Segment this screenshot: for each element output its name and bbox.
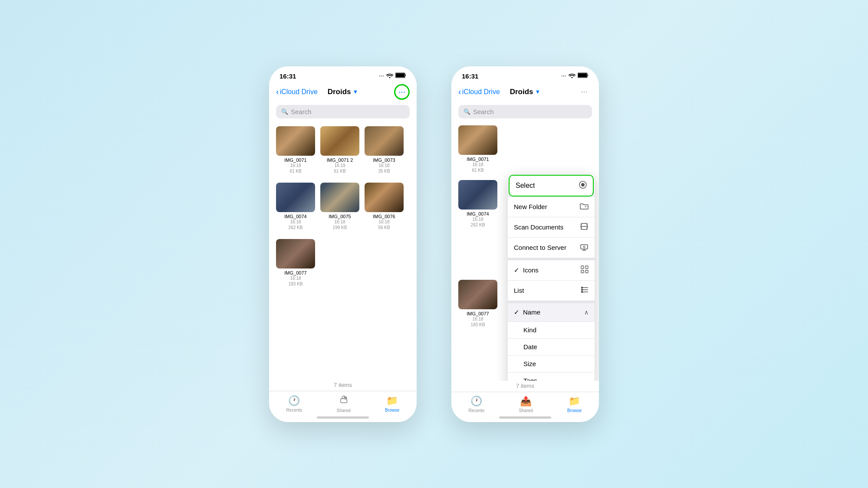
file-grid-row-2: IMG_0074 16:18262 KB IMG_0075 16:18199 K…	[276, 183, 410, 230]
home-indicator	[269, 415, 417, 422]
list-item[interactable]: IMG_0074 16:18262 KB	[458, 180, 497, 228]
file-meta: 16:18183 KB	[289, 275, 303, 287]
more-button[interactable]: ···	[394, 84, 410, 100]
home-bar	[317, 416, 369, 419]
battery-icon-right	[578, 72, 589, 79]
select-menu-item[interactable]: Select	[509, 175, 594, 197]
file-meta: 16:1861 KB	[289, 163, 301, 174]
server-icon	[580, 243, 589, 252]
file-name: IMG_0071 2	[327, 157, 353, 163]
dropdown-menu: Select New Folder +	[508, 174, 595, 381]
signal-dots: ···	[379, 74, 384, 79]
folder-title-right: Droids	[510, 88, 533, 96]
file-meta: 16:1835 KB	[378, 163, 390, 174]
shared-label: Shared	[337, 408, 351, 413]
search-icon-right: 🔍	[464, 108, 470, 115]
tab-recents[interactable]: 🕐 Recents	[286, 395, 302, 413]
shared-icon-right: 📤	[520, 396, 532, 407]
new-folder-label: New Folder	[514, 203, 547, 210]
sort-tags-menu-item[interactable]: Tags	[508, 372, 595, 381]
recents-icon: 🕐	[288, 395, 300, 406]
file-thumbnail	[320, 183, 359, 212]
home-bar-right	[499, 416, 551, 419]
shared-icon: +	[339, 395, 349, 407]
sort-kind-menu-item[interactable]: Kind	[508, 321, 595, 338]
browse-icon: 📁	[386, 395, 398, 406]
footer-count: 7 items	[269, 380, 417, 391]
svg-rect-27	[581, 287, 583, 288]
connect-server-menu-item[interactable]: Connect to Server	[508, 237, 595, 258]
svg-rect-22	[581, 270, 584, 273]
back-button-right[interactable]: ‹ iCloud Drive	[458, 87, 500, 97]
right-phone: 16:31 ··· ‹ iCloud Drive Droids ▼ ··· 🔍 …	[451, 66, 599, 422]
file-meta: 16:1861 KB	[472, 162, 483, 173]
tab-browse[interactable]: 📁 Browse	[385, 395, 399, 413]
list-icon	[581, 286, 589, 295]
browse-label: Browse	[385, 408, 399, 413]
tab-shared-right[interactable]: 📤 Shared	[519, 396, 533, 413]
file-name: IMG_0076	[373, 214, 395, 219]
wifi-icon-right	[569, 73, 575, 79]
sort-date-menu-item[interactable]: Date	[508, 338, 595, 355]
list-item[interactable]: IMG_0075 16:18199 KB	[320, 183, 359, 230]
svg-point-8	[581, 183, 585, 187]
file-thumbnail	[458, 125, 497, 155]
recents-label: Recents	[286, 408, 302, 413]
collapse-icon: ∧	[584, 309, 589, 316]
back-button[interactable]: ‹ iCloud Drive	[276, 87, 318, 97]
dropdown-section-top: Select	[508, 174, 595, 197]
list-item[interactable]: IMG_0073 16:1835 KB	[365, 126, 404, 174]
search-bar-right[interactable]: 🔍 Search	[458, 105, 592, 118]
svg-rect-20	[581, 266, 584, 269]
icons-label: Icons	[523, 266, 539, 274]
list-view-menu-item[interactable]: List	[508, 280, 595, 301]
list-item[interactable]: IMG_0077 16:18183 KB	[458, 280, 497, 328]
list-item[interactable]: IMG_0071 2 16:1961 KB	[320, 126, 359, 174]
more-button-right[interactable]: ···	[576, 84, 592, 100]
list-item[interactable]: IMG_0071 16:1861 KB	[276, 126, 315, 174]
file-meta: 16:18262 KB	[471, 216, 485, 228]
scan-documents-label: Scan Documents	[514, 223, 563, 231]
file-meta: 16:18262 KB	[289, 219, 303, 230]
file-thumbnail	[365, 126, 404, 156]
nav-title-right: Droids ▼	[510, 88, 541, 96]
sort-size-menu-item[interactable]: Size	[508, 355, 595, 372]
right-phone-content: IMG_0071 16:1861 KB IMG_0074 16:18262 KB…	[451, 122, 599, 381]
list-item[interactable]: IMG_0071 16:1861 KB	[458, 125, 497, 173]
file-thumbnail	[276, 183, 315, 212]
status-bar-right: 16:31 ···	[451, 66, 599, 82]
scan-icon	[580, 223, 589, 232]
list-item[interactable]: IMG_0074 16:18262 KB	[276, 183, 315, 230]
icons-view-menu-item[interactable]: ✓ Icons	[508, 258, 595, 280]
file-thumbnail	[276, 239, 315, 269]
nav-bar: ‹ iCloud Drive Droids ▼ ···	[269, 82, 417, 103]
file-name: IMG_0074	[284, 214, 306, 219]
list-item[interactable]: IMG_0076 16:1856 KB	[365, 183, 404, 230]
name-label: Name	[523, 308, 540, 316]
search-bar[interactable]: 🔍 Search	[276, 105, 410, 118]
new-folder-menu-item[interactable]: New Folder +	[508, 197, 595, 217]
tags-label: Tags	[523, 377, 537, 381]
browse-label-right: Browse	[567, 408, 582, 413]
tab-browse-right[interactable]: 📁 Browse	[567, 396, 582, 413]
tab-bar-right: 🕐 Recents 📤 Shared 📁 Browse	[451, 392, 599, 415]
list-label: List	[514, 287, 524, 294]
file-thumbnail	[458, 180, 497, 210]
wifi-icon	[386, 73, 393, 79]
list-item[interactable]: IMG_0077 16:18183 KB	[276, 239, 315, 287]
sort-name-menu-item[interactable]: ✓ Name ∧	[508, 301, 595, 321]
recents-icon-right: 🕐	[470, 396, 482, 407]
file-grid-row-1: IMG_0071 16:1861 KB IMG_0071 2 16:1961 K…	[276, 126, 410, 174]
tab-shared[interactable]: + Shared	[337, 395, 351, 413]
file-thumbnail	[320, 126, 359, 156]
more-icon-right: ···	[581, 87, 587, 96]
icons-grid-icon	[581, 265, 589, 275]
scan-documents-menu-item[interactable]: Scan Documents	[508, 217, 595, 237]
size-label: Size	[523, 360, 536, 367]
tab-recents-right[interactable]: 🕐 Recents	[469, 396, 485, 413]
svg-text:+: +	[344, 397, 345, 400]
signal-dots-right: ···	[562, 74, 566, 79]
file-thumbnail	[458, 280, 497, 309]
folder-title: Droids	[328, 88, 351, 96]
name-checkmark-icon: ✓	[514, 308, 519, 316]
